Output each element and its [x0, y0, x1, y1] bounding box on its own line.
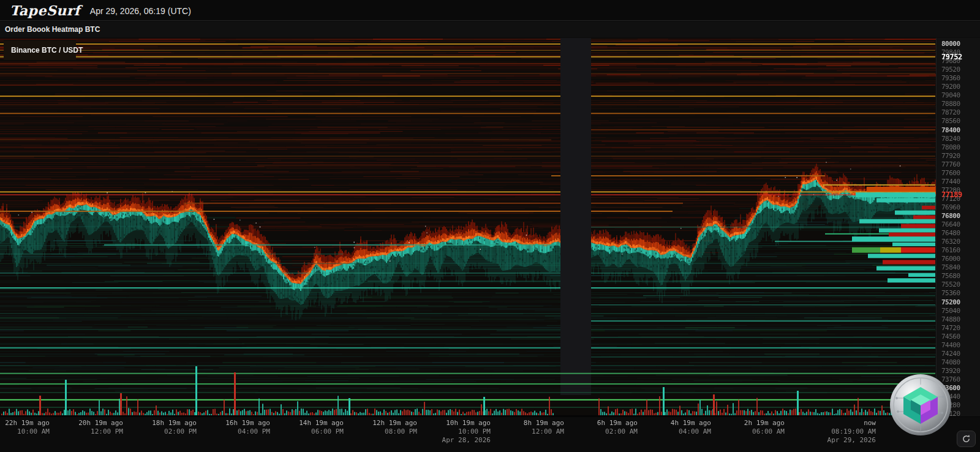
header-timestamp: Apr 29, 2026, 06:19 (UTC)	[90, 6, 191, 16]
tapesurf-coin-logo	[889, 374, 952, 436]
time-axis[interactable]: 22h 19m ago10:00 AM20h 19m ago12:00 PM18…	[0, 416, 980, 452]
price-tick-label: 79200	[941, 83, 960, 90]
price-tick-label: 79040	[941, 92, 960, 99]
price-tick-label: 77760	[941, 161, 960, 168]
price-tick-label: 78560	[941, 118, 960, 124]
price-tick-label: 75680	[941, 273, 960, 279]
pair-label-chip[interactable]: Binance BTC / USDT	[4, 40, 76, 60]
pair-label: Binance BTC / USDT	[11, 46, 83, 55]
time-tick-label: 2h 19m ago06:00 AM	[711, 419, 785, 436]
page-title-bar: Order Boook Heatmap BTC	[0, 21, 980, 37]
app-header: TapeSurf Apr 29, 2026, 06:19 (UTC)	[0, 0, 980, 21]
major-price-label: 75200	[941, 299, 960, 306]
refresh-icon	[962, 434, 971, 443]
price-tick-label: 74400	[941, 342, 960, 348]
time-tick-label: 6h 19m ago02:00 AM	[564, 419, 638, 436]
price-tick-label: 76640	[941, 221, 960, 228]
price-tick-label: 79360	[941, 75, 960, 81]
time-tick-label: 4h 19m ago04:00 AM	[638, 419, 711, 436]
refresh-button[interactable]	[957, 431, 976, 447]
price-tick-label: 76160	[941, 247, 960, 254]
page-title: Order Boook Heatmap BTC	[5, 25, 100, 34]
price-tick-label: 74080	[941, 359, 960, 366]
price-tick-label: 75520	[941, 281, 960, 288]
price-tick-label: 76960	[941, 204, 960, 211]
price-tick-label: 76480	[941, 230, 960, 236]
price-axis[interactable]: 8000079840796807952079360792007904078880…	[936, 38, 980, 416]
orderbook-heatmap-canvas[interactable]	[0, 0, 980, 452]
price-tick-label: 76320	[941, 238, 960, 245]
app-logo: TapeSurf	[10, 2, 80, 18]
price-tick-label: 78080	[941, 144, 960, 151]
price-tick-label: 76000	[941, 255, 960, 262]
price-tick-label: 74560	[941, 333, 960, 340]
major-price-label: 76800	[941, 213, 960, 219]
time-tick-label: 20h 19m ago12:00 PM	[50, 419, 123, 436]
major-price-label: 80000	[941, 40, 960, 47]
time-tick-label: 18h 19m ago02:00 PM	[123, 419, 197, 436]
price-tick-label: 77920	[941, 153, 960, 159]
price-tick-label: 77600	[941, 170, 960, 176]
price-tick-label: 77440	[941, 178, 960, 185]
price-tick-label: 74240	[941, 350, 960, 357]
time-tick-label: 14h 19m ago06:00 PM	[270, 419, 344, 436]
time-tick-label: 10h 19m ago10:00 PMApr 28, 2026	[417, 419, 491, 445]
price-tick-label: 75840	[941, 264, 960, 271]
price-tick-label: 74720	[941, 325, 960, 331]
current-price-label: 77189	[941, 192, 962, 198]
time-tick-label: 16h 19m ago04:00 PM	[197, 419, 270, 436]
major-price-label: 78400	[941, 127, 960, 134]
price-tick-label: 75040	[941, 307, 960, 314]
time-tick-label: 12h 19m ago08:00 PM	[344, 419, 417, 436]
price-tick-label: 79520	[941, 66, 960, 73]
coin-icon	[889, 374, 952, 436]
price-tick-label: 78880	[941, 100, 960, 107]
price-tick-label: 74880	[941, 316, 960, 323]
tapesurf-app: TapeSurf Apr 29, 2026, 06:19 (UTC) Order…	[0, 0, 980, 452]
high-price-label: 79752	[941, 54, 962, 61]
price-tick-label: 78720	[941, 109, 960, 116]
time-tick-label: now08:19:00 AMApr 29, 2026	[802, 419, 876, 445]
price-tick-label: 75360	[941, 290, 960, 296]
time-tick-label: 8h 19m ago12:00 AM	[491, 419, 564, 436]
price-tick-label: 78240	[941, 135, 960, 142]
time-tick-label: 22h 19m ago10:00 AM	[0, 419, 50, 436]
